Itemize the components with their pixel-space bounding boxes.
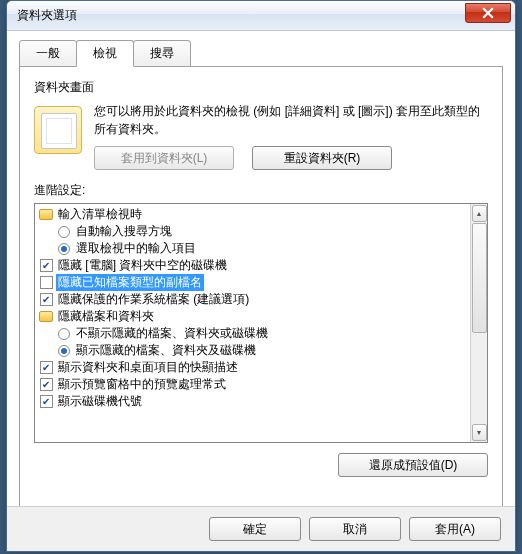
folder-icon (34, 106, 82, 154)
tab-general[interactable]: 一般 (19, 40, 77, 67)
apply-to-folders-button[interactable]: 套用到資料夾(L) (94, 146, 234, 170)
tree-group-hidden-files: 隱藏檔案和資料夾 (35, 308, 470, 325)
reset-folders-button[interactable]: 重設資料夾(R) (252, 146, 392, 170)
tree-scrollbar[interactable]: ▲ ▼ (470, 204, 487, 442)
folder-views-group-label: 資料夾畫面 (34, 79, 488, 96)
client-area: 一般 檢視 搜尋 資料夾畫面 您可以將用於此資料夾的檢視 (例如 [詳細資料] … (7, 31, 515, 530)
checkbox-icon (40, 378, 53, 391)
tab-page-view: 資料夾畫面 您可以將用於此資料夾的檢視 (例如 [詳細資料] 或 [圖示]) 套… (19, 66, 503, 522)
folder-views-section: 您可以將用於此資料夾的檢視 (例如 [詳細資料] 或 [圖示]) 套用至此類型的… (34, 102, 488, 170)
advanced-settings-tree[interactable]: 輸入清單檢視時 自動輸入搜尋方塊 選取檢視中的輸入項目 隱藏 [電腦] 資料夾中… (34, 203, 488, 443)
close-icon (482, 7, 494, 19)
tree-item-hide-extensions[interactable]: 隱藏已知檔案類型的副檔名 (35, 274, 470, 291)
cancel-button[interactable]: 取消 (309, 517, 401, 541)
folder-views-description: 您可以將用於此資料夾的檢視 (例如 [詳細資料] 或 [圖示]) 套用至此類型的… (94, 102, 488, 138)
advanced-settings-label: 進階設定: (34, 182, 488, 199)
tree-item-hide-empty-drives[interactable]: 隱藏 [電腦] 資料夾中空的磁碟機 (35, 257, 470, 274)
ok-button[interactable]: 確定 (209, 517, 301, 541)
scroll-thumb[interactable] (472, 223, 487, 333)
titlebar[interactable]: 資料夾選項 (7, 1, 515, 31)
tab-view[interactable]: 檢視 (76, 40, 134, 67)
tree-item-drive-letters[interactable]: 顯示磁碟機代號 (35, 393, 470, 410)
tree-item-show-hidden[interactable]: 顯示隱藏的檔案、資料夾及磁碟機 (35, 342, 470, 359)
folder-group-icon (39, 208, 53, 222)
scroll-track[interactable] (472, 223, 487, 423)
tree-item-select-typed[interactable]: 選取檢視中的輸入項目 (35, 240, 470, 257)
tree-group-navigate: 輸入清單檢視時 (35, 206, 470, 223)
checkbox-icon (40, 361, 53, 374)
checkbox-icon (40, 395, 53, 408)
radio-icon (58, 243, 70, 255)
radio-icon (58, 226, 70, 238)
tree-item-preview-handlers[interactable]: 顯示預覽窗格中的預覽處理常式 (35, 376, 470, 393)
folder-options-dialog: 資料夾選項 一般 檢視 搜尋 資料夾畫面 您可以將用於此資料夾的檢視 (例如 [… (6, 0, 516, 552)
window-title: 資料夾選項 (17, 7, 465, 24)
dialog-footer: 確定 取消 套用(A) (7, 506, 515, 551)
radio-icon (58, 345, 70, 357)
folder-group-icon (39, 310, 53, 324)
tree-item-popup-desc[interactable]: 顯示資料夾和桌面項目的快顯描述 (35, 359, 470, 376)
tree-item-dont-show-hidden[interactable]: 不顯示隱藏的檔案、資料夾或磁碟機 (35, 325, 470, 342)
tree-item-auto-search[interactable]: 自動輸入搜尋方塊 (35, 223, 470, 240)
close-button[interactable] (465, 3, 511, 23)
tab-search[interactable]: 搜尋 (133, 40, 191, 67)
checkbox-icon (40, 276, 53, 289)
scroll-down-button[interactable]: ▼ (472, 424, 487, 441)
checkbox-icon (40, 293, 53, 306)
scroll-up-button[interactable]: ▲ (472, 205, 487, 222)
tab-strip: 一般 檢視 搜尋 (19, 40, 503, 67)
radio-icon (58, 328, 70, 340)
tree-item-hide-protected-os[interactable]: 隱藏保護的作業系統檔案 (建議選項) (35, 291, 470, 308)
restore-defaults-button[interactable]: 還原成預設值(D) (338, 453, 488, 477)
apply-button[interactable]: 套用(A) (409, 517, 501, 541)
checkbox-icon (40, 259, 53, 272)
